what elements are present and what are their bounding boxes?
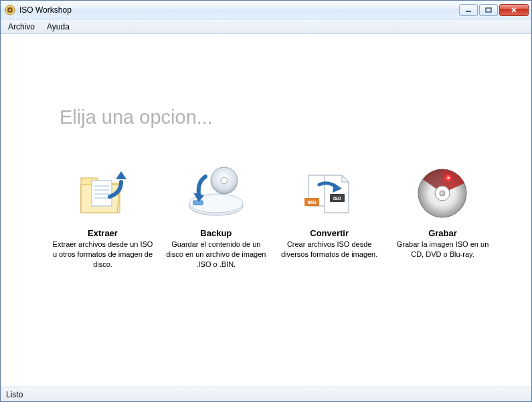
- backup-icon: [161, 161, 271, 225]
- svg-text:IMG: IMG: [308, 200, 317, 205]
- svg-point-15: [221, 177, 228, 184]
- svg-rect-3: [466, 11, 471, 12]
- menu-archivo[interactable]: Archivo: [2, 19, 41, 33]
- option-burn[interactable]: Grabar Grabar la imagen ISO en un CD, DV…: [387, 161, 498, 270]
- option-extract[interactable]: Extraer Extraer archivos desde un ISO u …: [48, 161, 158, 270]
- svg-text:ISO: ISO: [333, 196, 342, 201]
- titlebar: ISO Workshop: [1, 1, 531, 19]
- option-backup-desc: Guardar el contenido de un disco en un a…: [161, 239, 271, 270]
- option-extract-desc: Extraer archivos desde un ISO u otros fo…: [48, 239, 158, 270]
- options-row: Extraer Extraer archivos desde un ISO u …: [48, 161, 498, 270]
- extract-icon: [48, 161, 158, 225]
- svg-point-25: [440, 191, 445, 196]
- svg-rect-13: [193, 201, 203, 205]
- content-area: Elija una opcion... Extraer Extraer arch…: [1, 34, 531, 387]
- statusbar: Listo: [1, 387, 531, 401]
- minimize-button[interactable]: [459, 4, 478, 16]
- svg-marker-10: [116, 171, 126, 179]
- page-heading: Elija una opcion...: [60, 106, 213, 128]
- option-extract-title: Extraer: [48, 228, 158, 238]
- status-text: Listo: [6, 390, 23, 399]
- option-convert-desc: Crear archivos ISO desde diversos format…: [274, 239, 385, 260]
- svg-rect-4: [486, 8, 491, 12]
- close-button[interactable]: [499, 4, 529, 16]
- option-convert[interactable]: IMG ISO Convertir Crear archivos ISO des…: [274, 161, 385, 270]
- option-burn-desc: Grabar la imagen ISO en un CD, DVD o Blu…: [387, 239, 498, 260]
- option-backup-title: Backup: [161, 228, 271, 238]
- svg-point-2: [9, 9, 11, 11]
- option-convert-title: Convertir: [274, 228, 385, 238]
- window-title: ISO Workshop: [19, 5, 459, 15]
- burn-icon: [387, 161, 498, 225]
- maximize-button[interactable]: [479, 4, 498, 16]
- option-backup[interactable]: Backup Guardar el contenido de un disco …: [161, 161, 271, 270]
- app-icon: [5, 5, 15, 15]
- convert-icon: IMG ISO: [274, 161, 385, 225]
- menu-ayuda[interactable]: Ayuda: [41, 19, 76, 33]
- svg-rect-5: [92, 181, 112, 206]
- option-burn-title: Grabar: [387, 228, 498, 238]
- svg-point-27: [447, 177, 450, 179]
- window-controls: [459, 4, 529, 16]
- menubar: Archivo Ayuda: [1, 19, 531, 34]
